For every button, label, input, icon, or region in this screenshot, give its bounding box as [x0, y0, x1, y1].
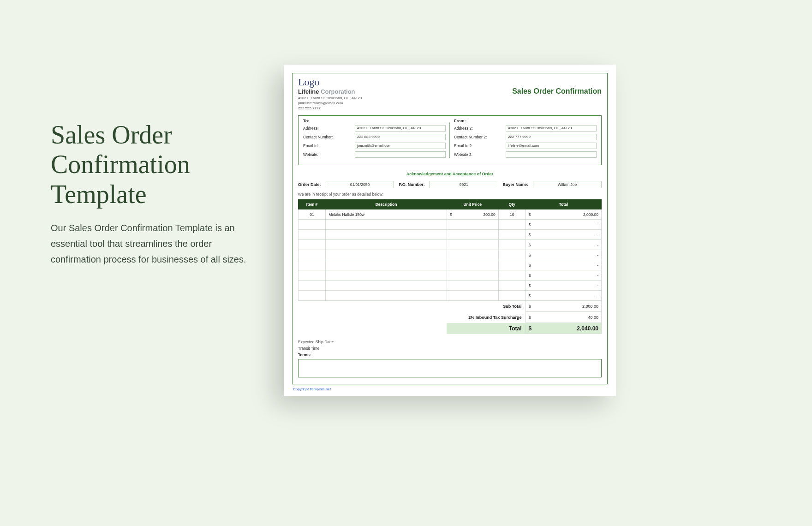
from-row: Website 2: — [454, 151, 597, 158]
cell-qty — [498, 270, 525, 281]
to-label: Contact Number: — [303, 135, 355, 139]
po-number-label: P.O. Number: — [399, 182, 424, 187]
cell-item — [299, 281, 326, 291]
to-label: Address: — [303, 126, 355, 131]
cell-item: 01 — [299, 209, 326, 220]
table-row-empty: $- — [299, 250, 602, 260]
from-label: Address 2: — [454, 126, 506, 131]
brand-logo: Logo — [298, 77, 362, 87]
from-field[interactable]: 4302 E 160th St Cleveland, OH, 44128 — [506, 125, 597, 132]
from-label: Email-Id 2: — [454, 143, 506, 148]
grand-total-label: Total — [447, 323, 525, 334]
cell-qty — [498, 240, 525, 250]
table-row-empty: $- — [299, 260, 602, 270]
stage: Sales Order Confirmation Template Our Sa… — [0, 0, 812, 526]
cell-desc — [326, 230, 447, 240]
party-box: To: Address:4302 E 160th St Cleveland, O… — [298, 115, 602, 165]
cell-desc — [326, 291, 447, 301]
col-total: Total — [525, 200, 601, 209]
order-date-field[interactable]: 01/01/2050 — [326, 181, 394, 188]
from-row: Contact Number 2:222 777 9999 — [454, 134, 597, 140]
to-row: Contact Number:222 888 9999 — [303, 134, 446, 140]
cell-desc — [326, 240, 447, 250]
tax-value: $40.00 — [525, 312, 601, 323]
money-cell: $- — [525, 250, 601, 260]
cell-qty: 10 — [498, 209, 525, 220]
money-cell: $2,000.00 — [525, 209, 601, 220]
to-label: Website: — [303, 152, 355, 157]
cell-qty — [498, 250, 525, 260]
cell-desc — [326, 260, 447, 270]
to-field[interactable]: 4302 E 160th St Cleveland, OH, 44128 — [355, 125, 446, 132]
col-qty: Qty — [498, 200, 525, 209]
to-row: Email-Id:joesmith@email.com — [303, 143, 446, 149]
cell-unit — [447, 240, 498, 250]
money-cell: $- — [525, 270, 601, 281]
cell-unit — [447, 291, 498, 301]
from-field[interactable] — [506, 151, 597, 158]
brand-name-b: Corporation — [319, 88, 355, 95]
brand-name: Lifeline Corporation — [298, 88, 362, 95]
table-row-empty: $- — [299, 281, 602, 291]
from-field[interactable]: lifeline@email.com — [506, 143, 597, 149]
receipt-note: We are in receipt of your order as detai… — [298, 192, 602, 197]
money-cell: $- — [525, 220, 601, 230]
cell-qty — [498, 281, 525, 291]
cell-item — [299, 230, 326, 240]
expected-ship-date-label: Expected Ship Date: — [298, 340, 602, 344]
cell-unit — [447, 260, 498, 270]
cell-qty — [498, 220, 525, 230]
from-row: Address 2:4302 E 160th St Cleveland, OH,… — [454, 125, 597, 132]
copyright-link[interactable]: Copyright Template.net — [293, 387, 608, 391]
col-desc: Description — [326, 200, 447, 209]
document-border: Logo Lifeline Corporation 4302 E 160th S… — [292, 73, 608, 384]
brand-phone: 222 555 7777 — [298, 106, 362, 111]
transit-time-label: Transit Time: — [298, 346, 602, 351]
items-table: Item # Description Unit Price Qty Total … — [298, 199, 602, 301]
cell-desc — [326, 270, 447, 281]
brand-email: pinkelectronics@email.com — [298, 101, 362, 106]
document-title: Sales Order Confirmation — [512, 87, 602, 96]
cell-desc — [326, 250, 447, 260]
to-row: Website: — [303, 151, 446, 158]
tax-label: 2% Inbound Tax Surcharge — [447, 312, 525, 323]
money-cell: $- — [525, 281, 601, 291]
party-to-heading: To: — [303, 119, 446, 123]
document-header: Logo Lifeline Corporation 4302 E 160th S… — [298, 77, 602, 111]
to-field[interactable] — [355, 151, 446, 158]
to-field[interactable]: 222 888 9999 — [355, 134, 446, 140]
to-row: Address:4302 E 160th St Cleveland, OH, 4… — [303, 125, 446, 132]
cell-unit — [447, 281, 498, 291]
buyer-name-label: Buyer Name: — [503, 182, 529, 187]
table-row-empty: $- — [299, 240, 602, 250]
meta-row: Order Date: 01/01/2050 P.O. Number: 9921… — [298, 181, 602, 188]
col-item: Item # — [299, 200, 326, 209]
cell-qty — [498, 260, 525, 270]
cell-unit — [447, 250, 498, 260]
to-field[interactable]: joesmith@email.com — [355, 143, 446, 149]
cell-item — [299, 240, 326, 250]
to-label: Email-Id: — [303, 143, 355, 148]
money-cell: $- — [525, 291, 601, 301]
cell-unit — [447, 220, 498, 230]
po-number-field[interactable]: 9921 — [430, 181, 498, 188]
terms-box[interactable] — [298, 359, 602, 377]
cell-desc — [326, 281, 447, 291]
from-label: Website 2: — [454, 152, 506, 157]
table-row-empty: $- — [299, 270, 602, 281]
money-cell: $- — [525, 260, 601, 270]
table-row-empty: $- — [299, 291, 602, 301]
cell-unit — [447, 270, 498, 281]
order-date-label: Order Date: — [298, 182, 321, 187]
hero-body: Our Sales Order Confirmation Template is… — [51, 220, 249, 267]
from-field[interactable]: 222 777 9999 — [506, 134, 597, 140]
cell-desc: Metalic Hallide 150w — [326, 209, 447, 220]
grand-total-value: $2,040.00 — [525, 323, 601, 334]
hero-block: Sales Order Confirmation Template Our Sa… — [51, 120, 249, 267]
buyer-name-field[interactable]: Willam Joe — [533, 181, 602, 188]
table-row-empty: $- — [299, 230, 602, 240]
terms-label: Terms: — [298, 353, 602, 357]
money-cell: $- — [525, 240, 601, 250]
cell-desc — [326, 220, 447, 230]
cell-item — [299, 250, 326, 260]
